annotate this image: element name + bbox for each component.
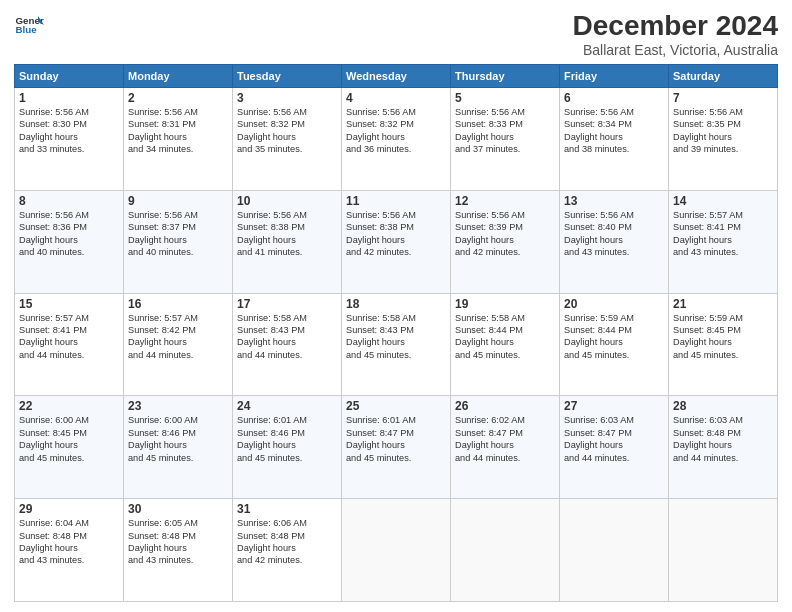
day-cell: 15 Sunrise: 5:57 AM Sunset: 8:41 PM Dayl… (15, 293, 124, 396)
day-cell: 19 Sunrise: 5:58 AM Sunset: 8:44 PM Dayl… (451, 293, 560, 396)
week-row-1: 1 Sunrise: 5:56 AM Sunset: 8:30 PM Dayli… (15, 88, 778, 191)
day-info: Sunrise: 5:56 AM Sunset: 8:38 PM Dayligh… (237, 209, 337, 259)
day-cell: 2 Sunrise: 5:56 AM Sunset: 8:31 PM Dayli… (124, 88, 233, 191)
day-number: 1 (19, 91, 119, 105)
day-info: Sunrise: 5:59 AM Sunset: 8:44 PM Dayligh… (564, 312, 664, 362)
day-cell: 27 Sunrise: 6:03 AM Sunset: 8:47 PM Dayl… (560, 396, 669, 499)
day-info: Sunrise: 5:56 AM Sunset: 8:35 PM Dayligh… (673, 106, 773, 156)
day-cell: 21 Sunrise: 5:59 AM Sunset: 8:45 PM Dayl… (669, 293, 778, 396)
day-info: Sunrise: 5:58 AM Sunset: 8:43 PM Dayligh… (346, 312, 446, 362)
subtitle: Ballarat East, Victoria, Australia (573, 42, 778, 58)
day-info: Sunrise: 5:58 AM Sunset: 8:43 PM Dayligh… (237, 312, 337, 362)
logo-icon: General Blue (14, 10, 44, 40)
logo: General Blue (14, 10, 44, 40)
day-info: Sunrise: 6:03 AM Sunset: 8:48 PM Dayligh… (673, 414, 773, 464)
day-cell: 29 Sunrise: 6:04 AM Sunset: 8:48 PM Dayl… (15, 499, 124, 602)
day-info: Sunrise: 5:56 AM Sunset: 8:30 PM Dayligh… (19, 106, 119, 156)
day-number: 18 (346, 297, 446, 311)
main-title: December 2024 (573, 10, 778, 42)
day-cell: 3 Sunrise: 5:56 AM Sunset: 8:32 PM Dayli… (233, 88, 342, 191)
day-number: 27 (564, 399, 664, 413)
day-info: Sunrise: 6:04 AM Sunset: 8:48 PM Dayligh… (19, 517, 119, 567)
day-cell: 7 Sunrise: 5:56 AM Sunset: 8:35 PM Dayli… (669, 88, 778, 191)
page: General Blue December 2024 Ballarat East… (0, 0, 792, 612)
col-friday: Friday (560, 65, 669, 88)
col-tuesday: Tuesday (233, 65, 342, 88)
day-info: Sunrise: 5:56 AM Sunset: 8:38 PM Dayligh… (346, 209, 446, 259)
day-number: 4 (346, 91, 446, 105)
day-number: 6 (564, 91, 664, 105)
day-cell: 4 Sunrise: 5:56 AM Sunset: 8:32 PM Dayli… (342, 88, 451, 191)
day-cell: 8 Sunrise: 5:56 AM Sunset: 8:36 PM Dayli… (15, 190, 124, 293)
svg-text:Blue: Blue (16, 24, 38, 35)
day-number: 11 (346, 194, 446, 208)
week-row-4: 22 Sunrise: 6:00 AM Sunset: 8:45 PM Dayl… (15, 396, 778, 499)
day-number: 12 (455, 194, 555, 208)
day-cell: 22 Sunrise: 6:00 AM Sunset: 8:45 PM Dayl… (15, 396, 124, 499)
day-cell: 28 Sunrise: 6:03 AM Sunset: 8:48 PM Dayl… (669, 396, 778, 499)
day-number: 24 (237, 399, 337, 413)
day-number: 28 (673, 399, 773, 413)
day-cell: 9 Sunrise: 5:56 AM Sunset: 8:37 PM Dayli… (124, 190, 233, 293)
col-sunday: Sunday (15, 65, 124, 88)
day-number: 22 (19, 399, 119, 413)
day-cell: 30 Sunrise: 6:05 AM Sunset: 8:48 PM Dayl… (124, 499, 233, 602)
day-cell (342, 499, 451, 602)
day-number: 19 (455, 297, 555, 311)
day-info: Sunrise: 5:56 AM Sunset: 8:37 PM Dayligh… (128, 209, 228, 259)
day-number: 2 (128, 91, 228, 105)
day-cell: 14 Sunrise: 5:57 AM Sunset: 8:41 PM Dayl… (669, 190, 778, 293)
day-number: 16 (128, 297, 228, 311)
day-info: Sunrise: 5:56 AM Sunset: 8:34 PM Dayligh… (564, 106, 664, 156)
day-cell: 24 Sunrise: 6:01 AM Sunset: 8:46 PM Dayl… (233, 396, 342, 499)
day-number: 10 (237, 194, 337, 208)
day-cell: 20 Sunrise: 5:59 AM Sunset: 8:44 PM Dayl… (560, 293, 669, 396)
day-number: 13 (564, 194, 664, 208)
day-info: Sunrise: 5:56 AM Sunset: 8:39 PM Dayligh… (455, 209, 555, 259)
day-number: 3 (237, 91, 337, 105)
day-cell (669, 499, 778, 602)
title-block: December 2024 Ballarat East, Victoria, A… (573, 10, 778, 58)
day-cell: 5 Sunrise: 5:56 AM Sunset: 8:33 PM Dayli… (451, 88, 560, 191)
day-number: 31 (237, 502, 337, 516)
day-number: 8 (19, 194, 119, 208)
week-row-3: 15 Sunrise: 5:57 AM Sunset: 8:41 PM Dayl… (15, 293, 778, 396)
day-cell: 11 Sunrise: 5:56 AM Sunset: 8:38 PM Dayl… (342, 190, 451, 293)
day-info: Sunrise: 5:57 AM Sunset: 8:41 PM Dayligh… (19, 312, 119, 362)
day-info: Sunrise: 6:03 AM Sunset: 8:47 PM Dayligh… (564, 414, 664, 464)
week-row-5: 29 Sunrise: 6:04 AM Sunset: 8:48 PM Dayl… (15, 499, 778, 602)
day-number: 20 (564, 297, 664, 311)
day-cell: 31 Sunrise: 6:06 AM Sunset: 8:48 PM Dayl… (233, 499, 342, 602)
day-cell (560, 499, 669, 602)
col-thursday: Thursday (451, 65, 560, 88)
day-cell: 13 Sunrise: 5:56 AM Sunset: 8:40 PM Dayl… (560, 190, 669, 293)
day-number: 21 (673, 297, 773, 311)
day-info: Sunrise: 5:56 AM Sunset: 8:33 PM Dayligh… (455, 106, 555, 156)
day-cell: 10 Sunrise: 5:56 AM Sunset: 8:38 PM Dayl… (233, 190, 342, 293)
day-info: Sunrise: 5:56 AM Sunset: 8:31 PM Dayligh… (128, 106, 228, 156)
header-row: Sunday Monday Tuesday Wednesday Thursday… (15, 65, 778, 88)
day-number: 15 (19, 297, 119, 311)
header: General Blue December 2024 Ballarat East… (14, 10, 778, 58)
day-info: Sunrise: 5:56 AM Sunset: 8:32 PM Dayligh… (237, 106, 337, 156)
day-info: Sunrise: 6:05 AM Sunset: 8:48 PM Dayligh… (128, 517, 228, 567)
day-info: Sunrise: 6:06 AM Sunset: 8:48 PM Dayligh… (237, 517, 337, 567)
day-info: Sunrise: 5:58 AM Sunset: 8:44 PM Dayligh… (455, 312, 555, 362)
day-cell: 25 Sunrise: 6:01 AM Sunset: 8:47 PM Dayl… (342, 396, 451, 499)
day-info: Sunrise: 5:56 AM Sunset: 8:36 PM Dayligh… (19, 209, 119, 259)
day-number: 30 (128, 502, 228, 516)
col-wednesday: Wednesday (342, 65, 451, 88)
day-cell: 26 Sunrise: 6:02 AM Sunset: 8:47 PM Dayl… (451, 396, 560, 499)
day-cell: 12 Sunrise: 5:56 AM Sunset: 8:39 PM Dayl… (451, 190, 560, 293)
day-cell: 23 Sunrise: 6:00 AM Sunset: 8:46 PM Dayl… (124, 396, 233, 499)
day-cell: 18 Sunrise: 5:58 AM Sunset: 8:43 PM Dayl… (342, 293, 451, 396)
day-cell (451, 499, 560, 602)
day-info: Sunrise: 5:57 AM Sunset: 8:41 PM Dayligh… (673, 209, 773, 259)
day-info: Sunrise: 6:01 AM Sunset: 8:47 PM Dayligh… (346, 414, 446, 464)
day-info: Sunrise: 5:57 AM Sunset: 8:42 PM Dayligh… (128, 312, 228, 362)
day-number: 17 (237, 297, 337, 311)
day-cell: 1 Sunrise: 5:56 AM Sunset: 8:30 PM Dayli… (15, 88, 124, 191)
col-saturday: Saturday (669, 65, 778, 88)
day-cell: 17 Sunrise: 5:58 AM Sunset: 8:43 PM Dayl… (233, 293, 342, 396)
day-number: 7 (673, 91, 773, 105)
